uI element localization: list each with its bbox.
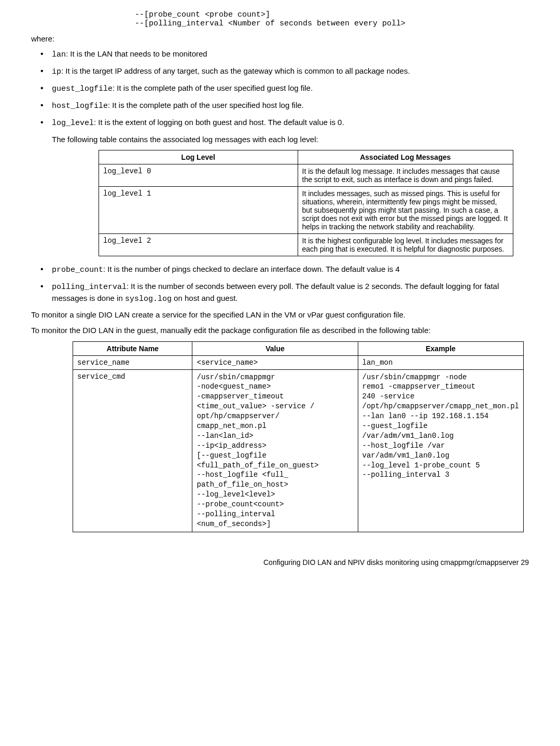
code-term: ip: [52, 67, 61, 76]
cell-value-multiline: /usr/sbin/cmappmgr -node<guest_name> -cm…: [197, 372, 353, 529]
cell-attr-value: <service_name>: [192, 355, 358, 369]
bullet-list-2: probe_count: It is the number of pings c…: [31, 264, 529, 305]
table-row: service_name <service_name> lan_mon: [73, 355, 524, 369]
code-term: log_level: [52, 119, 94, 128]
cell-attr-example: lan_mon: [358, 355, 523, 369]
cell-msg: It is the highest configurable log level…: [298, 234, 513, 256]
th-log-level: Log Level: [99, 150, 298, 164]
code-block-header: --[probe_count <probe count>] --[polling…: [135, 10, 529, 28]
attribute-table: Attribute Name Value Example service_nam…: [73, 341, 524, 532]
table-row: log_level 2 It is the highest configurab…: [99, 234, 513, 256]
cell-level: log_level 1: [99, 187, 298, 234]
th-messages: Associated Log Messages: [298, 150, 513, 164]
body-paragraph-2: To monitor the DIO LAN in the guest, man…: [31, 325, 529, 336]
cell-attr-example: /usr/sbin/cmappmgr -node remo1 -cmappser…: [358, 369, 523, 532]
list-item: log_level: It is the extent of logging o…: [31, 117, 529, 129]
cell-level: log_level 2: [99, 234, 298, 256]
table-row: service_cmd /usr/sbin/cmappmgr -node<gue…: [73, 369, 524, 532]
cell-msg: It includes messages, such as missed pin…: [298, 187, 513, 234]
table-row: log_level 0 It is the default log messag…: [99, 164, 513, 187]
list-item: ip: It is the target IP address of any t…: [31, 65, 529, 77]
code-term: syslog.log: [125, 295, 172, 303]
bullet-text: : It is the extent of logging on both gu…: [94, 118, 344, 127]
cell-level: log_level 0: [99, 164, 298, 187]
bullet-text: : It is the complete path of the user sp…: [108, 101, 304, 109]
bullet-text: : It is the number of pings checked to d…: [103, 265, 400, 273]
list-item: host_logfile: It is the complete path of…: [31, 100, 529, 112]
table-header-row: Log Level Associated Log Messages: [99, 150, 513, 164]
where-label: where:: [31, 34, 529, 43]
table-intro: The following table contains the associa…: [31, 134, 529, 145]
code-term: polling_interval: [52, 283, 127, 292]
list-item: probe_count: It is the number of pings c…: [31, 264, 529, 275]
list-item: guest_logfile: It is the complete path o…: [31, 82, 529, 94]
th-value: Value: [192, 341, 358, 355]
table-row: log_level 1 It includes messages, such a…: [99, 187, 513, 234]
bullet-text: on host and guest.: [172, 294, 238, 302]
code-term: host_logfile: [52, 102, 108, 110]
bullet-text: : It is the complete path of the user sp…: [113, 84, 313, 92]
code-term: probe_count: [52, 266, 103, 274]
table-header-row: Attribute Name Value Example: [73, 341, 524, 355]
code-term: lan: [52, 50, 66, 59]
log-level-table: Log Level Associated Log Messages log_le…: [99, 150, 513, 256]
cell-attr-name: service_name: [73, 355, 192, 369]
cell-attr-name: service_cmd: [73, 369, 192, 532]
list-item: lan: It is the LAN that needs to be moni…: [31, 48, 529, 60]
th-example: Example: [358, 341, 523, 355]
list-item: polling_interval: It is the number of se…: [31, 281, 529, 305]
th-attrib-name: Attribute Name: [73, 341, 192, 355]
bullet-text: : It is the LAN that needs to be monitor…: [66, 49, 207, 58]
cell-msg: It is the default log message. It includ…: [298, 164, 513, 187]
page-footer: Configuring DIO LAN and NPIV disks monit…: [31, 558, 529, 567]
cell-attr-value: /usr/sbin/cmappmgr -node<guest_name> -cm…: [192, 369, 358, 532]
body-paragraph-1: To monitor a single DIO LAN create a ser…: [31, 310, 529, 320]
bullet-text: : It is the target IP address of any tar…: [61, 66, 410, 75]
bullet-list-1: lan: It is the LAN that needs to be moni…: [31, 48, 529, 129]
cell-example-multiline: /usr/sbin/cmappmgr -node remo1 -cmappser…: [362, 372, 519, 480]
code-term: guest_logfile: [52, 85, 113, 93]
